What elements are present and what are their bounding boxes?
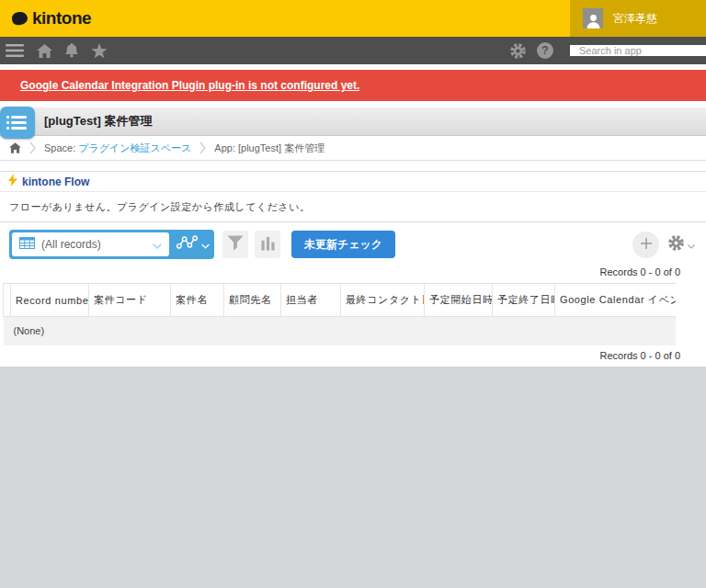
favorites-star-icon[interactable] [91, 43, 108, 59]
records-count-top: Records 0 - 0 of 0 [0, 266, 706, 277]
app-title: [plugTest] 案件管理 [44, 113, 152, 130]
breadcrumb-space-link[interactable]: プラグイン検証スペース [78, 141, 191, 155]
view-settings-menu[interactable] [667, 234, 695, 255]
add-record-plus-icon [640, 237, 653, 253]
plugin-warning-link[interactable]: Google Calendar Integration Plugin plug-… [20, 79, 359, 92]
empty-row: (None) [4, 317, 677, 345]
breadcrumb-home-icon[interactable] [9, 142, 21, 153]
kintone-logo-text: kintone [32, 8, 91, 28]
user-menu[interactable]: 宮澤孝慈 [570, 0, 706, 37]
flow-panel-header: kintone Flow [0, 172, 706, 192]
chevron-down-icon [153, 236, 162, 253]
graph-view-icon [176, 235, 198, 254]
nav-right-icons: ? [509, 42, 706, 60]
breadcrumb-space-prefix: Space: [44, 142, 75, 153]
breadcrumb: Space: プラグイン検証スペース App: [plugTest] 案件管理 [0, 136, 706, 161]
flow-panel-title: kintone Flow [22, 175, 89, 188]
chevron-down-icon [201, 236, 210, 253]
kintone-logo-icon [11, 11, 28, 26]
chevron-down-icon [688, 236, 695, 253]
chevron-right-icon [199, 141, 206, 154]
toolbar-right [632, 232, 697, 258]
home-icon[interactable] [37, 44, 52, 58]
view-dropdown[interactable]: (All records) [12, 232, 169, 256]
graph-view-dropdown[interactable] [172, 235, 214, 254]
record-list-toolbar: (All records) 未更新チェック [0, 230, 706, 259]
flow-bolt-icon [8, 174, 17, 190]
hamburger-icon[interactable] [6, 43, 24, 58]
kintone-logo[interactable]: kintone [0, 8, 91, 28]
help-icon[interactable]: ? [537, 42, 553, 59]
filter-button[interactable] [222, 231, 248, 258]
empty-row-label: (None) [4, 317, 677, 345]
view-settings-gear-icon [667, 234, 685, 255]
app-search-box [570, 45, 706, 56]
plugin-warning-banner: Google Calendar Integration Plugin plug-… [0, 70, 706, 101]
app-title-bar: [plugTest] 案件管理 [0, 107, 706, 136]
global-navbar: ? [0, 37, 706, 64]
brand-header: kintone 宮澤孝慈 [0, 0, 706, 37]
filter-funnel-icon [227, 235, 244, 254]
app-icon[interactable] [0, 107, 35, 139]
table-header[interactable]: 最終コンタクト日 [341, 284, 425, 317]
user-name: 宮澤孝慈 [613, 11, 657, 27]
table-header[interactable]: 担当者 [281, 284, 341, 317]
notifications-bell-icon[interactable] [65, 43, 78, 58]
table-header[interactable]: Record number [11, 284, 89, 317]
breadcrumb-app-item: App: [plugTest] 案件管理 [214, 141, 325, 155]
view-selector[interactable]: (All records) [9, 230, 214, 259]
table-header[interactable]: 案件名 [171, 284, 224, 317]
view-table-icon [19, 236, 35, 253]
table-header[interactable]: 予定終了日時 [493, 284, 555, 317]
table-header-spacer [4, 284, 11, 317]
chart-button[interactable] [255, 231, 280, 258]
kintone-flow-panel: kintone Flow フローがありません。プラグイン設定から作成してください… [0, 171, 706, 222]
record-list-table: Record number 案件コード 案件名 顧問先名 担当者 最終コンタクト… [3, 283, 676, 345]
table-header-row: Record number 案件コード 案件名 顧問先名 担当者 最終コンタクト… [4, 284, 677, 317]
add-record-button[interactable] [632, 232, 659, 258]
table-header[interactable]: 予定開始日時 [425, 284, 493, 317]
records-count-bottom: Records 0 - 0 of 0 [0, 350, 706, 361]
page-background [0, 367, 706, 588]
search-input[interactable] [570, 45, 706, 56]
user-avatar-icon [583, 8, 603, 28]
view-selected-label: (All records) [41, 238, 146, 251]
settings-gear-icon[interactable] [509, 42, 527, 60]
chevron-right-icon [29, 141, 36, 154]
nav-left-icons [0, 43, 108, 59]
unupdated-check-button[interactable]: 未更新チェック [291, 231, 395, 258]
table-header[interactable]: 顧問先名 [224, 284, 281, 317]
app-header: [plugTest] 案件管理 Space: プラグイン検証スペース App: … [0, 107, 706, 161]
flow-empty-message: フローがありません。プラグイン設定から作成してください。 [0, 192, 706, 221]
table-header[interactable]: Google Calendar イベントID [555, 284, 677, 317]
chart-icon [261, 236, 275, 254]
table-header[interactable]: 案件コード [89, 284, 171, 317]
